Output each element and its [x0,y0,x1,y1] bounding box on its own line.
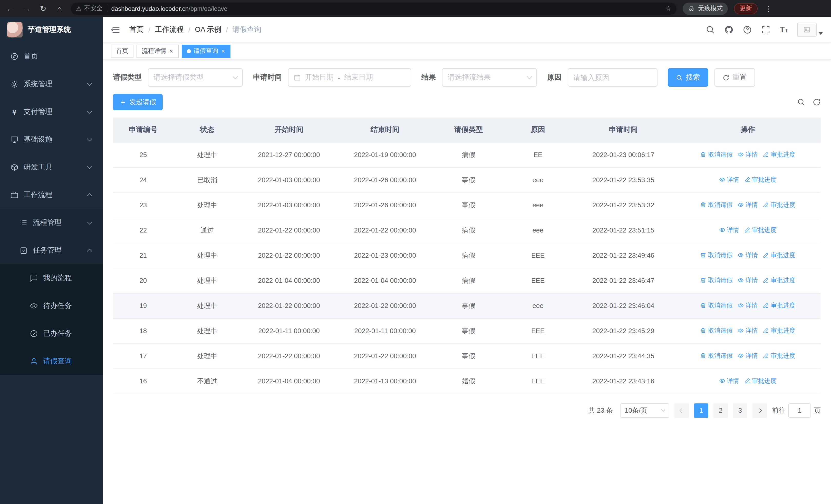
browser-back-icon[interactable]: ← [5,4,16,13]
progress-action-link[interactable]: 审批进度 [763,352,795,360]
fullscreen-icon[interactable] [761,25,770,34]
browser-reload-icon[interactable]: ↻ [38,4,48,13]
cell-apply-time: 2022-01-22 23:43:16 [572,368,675,394]
browser-update-button[interactable]: 更新 [734,3,757,14]
sidebar-item-home[interactable]: 首页 [0,42,103,70]
sidebar-item-workflow[interactable]: 工作流程 [0,181,103,209]
table-row: 16不通过2022-01-04 00:00:002022-01-13 00:00… [113,368,821,394]
prev-page-button[interactable] [675,403,689,417]
cell-end-time: 2022-01-26 00:00:00 [337,192,433,217]
detail-action-link[interactable]: 详情 [738,276,758,285]
detail-action-link[interactable]: 详情 [719,377,739,385]
user-avatar-menu[interactable] [797,22,823,37]
detail-action-link[interactable]: 详情 [738,326,758,335]
cancel-action-link[interactable]: 取消请假 [700,251,733,260]
tab-process-detail[interactable]: 流程详情 × [137,45,179,58]
browser-menu-icon[interactable]: ⋮ [764,4,773,12]
cell-actions: 详情审批进度 [675,217,821,243]
yen-icon: ¥ [10,108,19,116]
detail-action-link[interactable]: 详情 [719,176,739,184]
detail-action-link[interactable]: 详情 [738,301,758,310]
breadcrumb-home[interactable]: 首页 [130,25,144,34]
tab-home[interactable]: 首页 [111,45,134,58]
github-icon[interactable] [724,25,734,34]
progress-action-link[interactable]: 审批进度 [763,301,795,310]
list-icon [20,219,28,227]
progress-action-link[interactable]: 审批进度 [744,377,777,385]
cancel-action-link[interactable]: 取消请假 [700,201,733,209]
detail-action-link[interactable]: 详情 [738,150,758,159]
progress-action-link[interactable]: 审批进度 [763,150,795,159]
cell-end-time: 2022-01-22 00:00:00 [337,343,433,368]
edit-icon [744,177,750,183]
cell-status: 已取消 [173,167,241,192]
detail-action-link[interactable]: 详情 [719,226,739,235]
sidebar-menu: 首页 系统管理 ¥ 支付管理 基础设施 [0,42,103,504]
detail-action-link[interactable]: 详情 [738,352,758,360]
progress-action-link[interactable]: 审批进度 [763,201,795,209]
tab-leave-query[interactable]: 请假查询 × [182,45,230,58]
progress-action-link[interactable]: 审批进度 [763,276,795,285]
cancel-action-link[interactable]: 取消请假 [700,326,733,335]
help-icon[interactable] [743,25,752,34]
filter-apply-time: 申请时间 开始日期 - 结束日期 [253,68,411,87]
progress-action-link[interactable]: 审批进度 [763,326,795,335]
font-size-icon[interactable]: TT [780,25,788,34]
progress-action-link[interactable]: 审批进度 [744,226,777,235]
refresh-table-icon[interactable] [812,98,821,106]
search-button[interactable]: 搜索 [668,68,708,87]
breadcrumb-oa-example[interactable]: OA 示例 [195,25,222,34]
leave-table: 申请编号 状态 开始时间 结束时间 请假类型 原因 申请时间 操作 25处理中2… [113,118,821,394]
app-logo[interactable]: 芋道管理系统 [0,17,103,42]
goto-page-input[interactable] [789,403,811,417]
sidebar-item-pending-tasks[interactable]: 待办任务 [0,292,103,320]
sidebar-item-process-mgmt[interactable]: 流程管理 [0,209,103,237]
cancel-action-link[interactable]: 取消请假 [700,150,733,159]
detail-action-link[interactable]: 详情 [738,201,758,209]
browser-forward-icon[interactable]: → [22,4,32,13]
progress-action-link[interactable]: 审批进度 [744,176,777,184]
cell-start-time: 2022-01-22 00:00:00 [241,243,337,268]
reset-button[interactable]: 重置 [715,68,755,87]
bookmark-star-icon[interactable]: ☆ [665,5,671,12]
cancel-action-link[interactable]: 取消请假 [700,352,733,360]
sidebar-item-system-mgmt[interactable]: 系统管理 [0,70,103,98]
page-size-select[interactable]: 10条/页 [620,403,669,417]
url-bar[interactable]: ⚠ 不安全 dashboard.yudao.iocoder.cn/bpm/oa/… [71,2,677,14]
sidebar-item-done-tasks[interactable]: 已办任务 [0,320,103,348]
page-button-3[interactable]: 3 [733,403,747,417]
browser-toolbar: ← → ↻ ⌂ ⚠ 不安全 dashboard.yudao.iocoder.cn… [0,0,831,17]
cancel-action-link[interactable]: 取消请假 [700,301,733,310]
sidebar-item-infrastructure[interactable]: 基础设施 [0,126,103,153]
progress-action-link[interactable]: 审批进度 [763,251,795,260]
leave-type-select[interactable]: 请选择请假类型 [148,68,243,87]
reason-input[interactable] [573,73,652,82]
detail-action-link[interactable]: 详情 [738,251,758,260]
create-leave-button[interactable]: 发起请假 [113,94,163,110]
sidebar-item-dev-tools[interactable]: 研发工具 [0,153,103,181]
chevron-down-icon [527,74,532,79]
cell-status: 处理中 [173,343,241,368]
breadcrumb-workflow[interactable]: 工作流程 [155,25,184,34]
close-icon[interactable]: × [169,48,173,55]
app: 芋道管理系统 首页 系统管理 ¥ 支付管理 [0,17,831,504]
next-page-button[interactable] [752,403,767,417]
hamburger-icon[interactable] [111,24,121,35]
sidebar-item-leave-query[interactable]: 请假查询 [0,348,103,375]
sidebar-item-my-processes[interactable]: 我的流程 [0,264,103,292]
search-icon[interactable] [706,25,715,34]
sidebar-item-payment-mgmt[interactable]: ¥ 支付管理 [0,98,103,126]
sidebar-item-task-mgmt[interactable]: 任务管理 [0,237,103,264]
browser-home-icon[interactable]: ⌂ [54,4,65,13]
breadcrumb-separator: / [226,25,228,34]
cell-leave-type: 病假 [433,217,504,243]
cancel-action-link[interactable]: 取消请假 [700,276,733,285]
page-button-1[interactable]: 1 [694,403,708,417]
edit-icon [763,302,769,309]
result-select[interactable]: 请选择流结果 [442,68,537,87]
apply-time-range-picker[interactable]: 开始日期 - 结束日期 [288,68,411,87]
page-button-2[interactable]: 2 [713,403,728,417]
close-icon[interactable]: × [221,48,225,55]
image-placeholder-icon [803,26,810,33]
toggle-search-icon[interactable] [797,98,805,106]
